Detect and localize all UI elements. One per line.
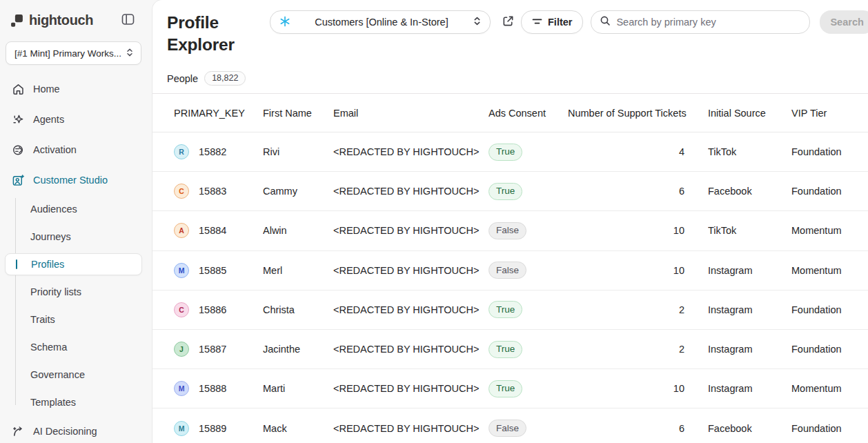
avatar: M [174, 381, 189, 396]
external-link-icon [502, 14, 515, 30]
table-row[interactable]: M15889 Mack <REDACTED BY HIGHTOUCH> Fals… [152, 408, 868, 443]
ads-consent-badge: False [489, 222, 526, 239]
first-name-value: Rivi [263, 146, 333, 157]
support-tickets-value: 10 [568, 265, 708, 276]
sidebar-item-label: Profiles [31, 259, 64, 270]
avatar: A [174, 223, 189, 238]
snowflake-icon [279, 16, 290, 29]
sidebar-item-label: Governance [30, 369, 85, 380]
support-tickets-value: 6 [568, 186, 708, 197]
initial-source-value: TikTok [708, 225, 791, 236]
sidebar-item-governance[interactable]: Governance [0, 361, 147, 388]
sidebar-item-label: Agents [33, 114, 64, 125]
table-row[interactable]: C15883 Cammy <REDACTED BY HIGHTOUCH> Tru… [152, 172, 868, 211]
search-button[interactable]: Search [820, 10, 868, 34]
primary-key-value: 15883 [199, 186, 226, 197]
sidebar-item-label: Home [33, 83, 60, 95]
initial-source-value: Instagram [708, 304, 791, 315]
vip-tier-value: Momentum [791, 383, 868, 394]
open-in-new-button[interactable] [500, 13, 516, 31]
sidebar-item-priority-lists[interactable]: Priority lists [0, 278, 147, 306]
first-name-value: Mack [263, 423, 333, 434]
sidebar-item-ai-decisioning[interactable]: AI Decisioning [0, 416, 147, 443]
sidebar-item-label: AI Decisioning [33, 426, 97, 437]
sidebar-item-agents[interactable]: Agents [0, 104, 147, 135]
sidebar-item-customer-studio[interactable]: Customer Studio [0, 165, 147, 195]
initial-source-value: TikTok [708, 146, 791, 157]
ads-consent-badge: True [489, 380, 522, 397]
avatar: J [174, 342, 189, 357]
sidebar-item-label: Audiences [30, 204, 77, 215]
sidebar-item-templates[interactable]: Templates [0, 388, 147, 416]
avatar: R [174, 144, 189, 159]
ads-consent-badge: False [489, 262, 526, 279]
home-icon [11, 82, 25, 96]
support-tickets-value: 2 [568, 344, 708, 355]
table-header-row: PRIMARY_KEY First Name Email Ads Consent… [152, 94, 868, 132]
ads-consent-badge: True [489, 183, 522, 200]
sidebar-item-home[interactable]: Home [0, 74, 147, 104]
sidebar-item-traits[interactable]: Traits [0, 306, 147, 333]
table-row[interactable]: M15885 Merl <REDACTED BY HIGHTOUCH> Fals… [152, 251, 868, 291]
filter-button[interactable]: Filter [521, 10, 583, 34]
primary-key-value: 15887 [199, 344, 226, 355]
sidebar-item-label: Customer Studio [33, 175, 108, 186]
column-header-support-tickets: Number of Support Tickets [568, 108, 708, 119]
ai-decisioning-icon [11, 424, 25, 438]
sidebar-item-label: Priority lists [30, 286, 81, 297]
workspace-name: [#1 Mint] Primary Works... [14, 48, 121, 59]
workspace-selector[interactable]: [#1 Mint] Primary Works... [6, 41, 141, 65]
sidebar-toggle-icon [121, 13, 135, 28]
support-tickets-value: 2 [568, 304, 708, 315]
email-value: <REDACTED BY HIGHTOUCH> [333, 265, 489, 276]
first-name-value: Christa [263, 304, 333, 315]
chevron-updown-icon [473, 16, 482, 28]
vip-tier-value: Foundation [791, 344, 868, 355]
sidebar-item-label: Activation [33, 144, 77, 155]
primary-key-value: 15884 [199, 225, 226, 236]
sidebar-item-audiences[interactable]: Audiences [0, 195, 147, 223]
primary-key-value: 15882 [199, 146, 226, 157]
people-count-badge: 18,822 [204, 71, 246, 86]
column-header-ads-consent: Ads Consent [489, 108, 568, 119]
sidebar-item-journeys[interactable]: Journeys [0, 223, 147, 250]
activation-icon [11, 143, 25, 157]
email-value: <REDACTED BY HIGHTOUCH> [333, 225, 489, 236]
table-row[interactable]: M15888 Marti <REDACTED BY HIGHTOUCH> Tru… [152, 369, 868, 408]
tab-row: People 18,822 [152, 63, 868, 94]
ads-consent-badge: True [489, 301, 522, 318]
sidebar-item-schema[interactable]: Schema [0, 333, 147, 361]
sidebar: hightouch [#1 Mint] Primary Works... Hom… [0, 0, 147, 443]
initial-source-value: Instagram [708, 383, 791, 394]
table-row[interactable]: C15886 Christa <REDACTED BY HIGHTOUCH> T… [152, 291, 868, 330]
search-input[interactable] [616, 17, 801, 28]
sidebar-item-activation[interactable]: Activation [0, 135, 147, 165]
support-tickets-value: 4 [568, 146, 708, 157]
tab-people[interactable]: People [167, 73, 198, 84]
parent-model-selector[interactable]: Customers [Online & In-Store] [270, 10, 491, 34]
vip-tier-value: Foundation [791, 146, 868, 157]
vip-tier-value: Momentum [791, 265, 868, 276]
vip-tier-value: Momentum [791, 225, 868, 236]
email-value: <REDACTED BY HIGHTOUCH> [333, 423, 489, 434]
first-name-value: Marti [263, 383, 333, 394]
email-value: <REDACTED BY HIGHTOUCH> [333, 304, 489, 315]
header-controls: Customers [Online & In-Store] Filter [255, 10, 868, 34]
avatar: C [174, 184, 189, 199]
sidebar-item-label: Schema [30, 342, 67, 353]
collapse-sidebar-button[interactable] [120, 12, 136, 29]
table-row[interactable]: J15887 Jacinthe <REDACTED BY HIGHTOUCH> … [152, 330, 868, 369]
page-title: Profile Explorer [167, 10, 255, 56]
initial-source-value: Facebook [708, 186, 791, 197]
table-row[interactable]: R15882 Rivi <REDACTED BY HIGHTOUCH> True… [152, 132, 868, 172]
avatar: M [174, 421, 189, 436]
table-row[interactable]: A15884 Alwin <REDACTED BY HIGHTOUCH> Fal… [152, 211, 868, 250]
vip-tier-value: Foundation [791, 186, 868, 197]
initial-source-value: Instagram [708, 344, 791, 355]
customer-studio-subnav: Audiences Journeys Profiles Priority lis… [0, 195, 147, 416]
chevron-updown-icon [126, 48, 134, 59]
primary-key-search [591, 10, 810, 34]
sidebar-item-profiles[interactable]: Profiles [5, 253, 142, 275]
support-tickets-value: 10 [568, 383, 708, 394]
sidebar-nav: Home Agents Activation Customer Studio A… [0, 74, 147, 443]
